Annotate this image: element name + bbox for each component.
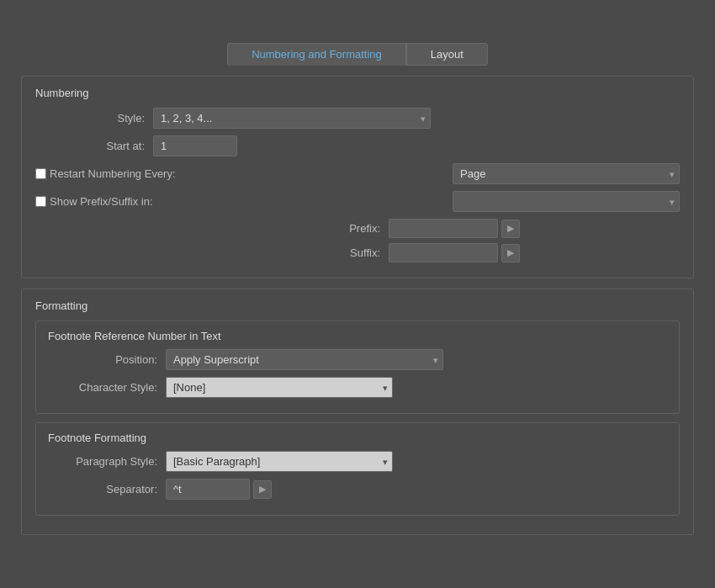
suffix-arrow-button[interactable]: ▶ <box>501 244 520 262</box>
char-style-row: Character Style: [None] <box>48 377 667 398</box>
position-label: Position: <box>48 353 166 366</box>
prefix-row: Prefix: ▶ <box>35 219 680 238</box>
footnote-ref-title: Footnote Reference Number in Text <box>48 330 667 342</box>
position-dropdown-wrapper: Apply Superscript Normal Subscript Super… <box>166 349 443 370</box>
tab-layout[interactable]: Layout <box>406 43 488 66</box>
separator-input[interactable] <box>166 479 250 500</box>
paragraph-style-dropdown-wrapper: [Basic Paragraph] <box>166 451 393 472</box>
style-dropdown[interactable]: 1, 2, 3, 4... a, b, c... A, B, C... i, i… <box>153 108 431 129</box>
restart-numbering-checkbox[interactable] <box>35 168 46 179</box>
style-row: Style: 1, 2, 3, 4... a, b, c... A, B, C.… <box>35 108 680 129</box>
formatting-section: Formatting Footnote Reference Number in … <box>21 289 694 535</box>
position-row: Position: Apply Superscript Normal Subsc… <box>48 349 667 370</box>
start-at-label: Start at: <box>35 140 153 152</box>
style-dropdown-wrapper: 1, 2, 3, 4... a, b, c... A, B, C... i, i… <box>153 108 431 129</box>
restart-every-dropdown[interactable]: Page Section Document <box>453 163 680 184</box>
numbering-section: Numbering Style: 1, 2, 3, 4... a, b, c..… <box>21 76 694 278</box>
prefix-input[interactable] <box>389 219 498 238</box>
position-dropdown[interactable]: Apply Superscript Normal Subscript Super… <box>166 349 443 370</box>
separator-arrow-button[interactable]: ▶ <box>253 480 272 499</box>
restart-every-dropdown-wrapper: Page Section Document <box>453 163 680 184</box>
show-prefix-checkbox[interactable] <box>35 196 46 207</box>
show-prefix-dropdown-wrapper <box>453 191 680 212</box>
start-at-row: Start at: <box>35 135 680 156</box>
numbering-title: Numbering <box>35 87 680 99</box>
restart-numbering-left: Restart Numbering Every: <box>35 167 453 180</box>
footnote-ref-subsection: Footnote Reference Number in Text Positi… <box>35 320 680 414</box>
paragraph-style-row: Paragraph Style: [Basic Paragraph] <box>48 451 667 472</box>
paragraph-style-dropdown[interactable]: [Basic Paragraph] <box>166 451 393 472</box>
suffix-input[interactable] <box>389 243 498 262</box>
char-style-dropdown[interactable]: [None] <box>166 377 393 398</box>
prefix-label: Prefix: <box>338 222 389 235</box>
suffix-row: Suffix: ▶ <box>35 243 680 262</box>
footnote-formatting-subsection: Footnote Formatting Paragraph Style: [Ba… <box>35 422 680 516</box>
char-style-dropdown-wrapper: [None] <box>166 377 393 398</box>
restart-numbering-right: Page Section Document <box>453 163 680 184</box>
separator-row: Separator: ▶ <box>48 479 667 500</box>
formatting-title: Formatting <box>35 299 680 312</box>
show-prefix-label: Show Prefix/Suffix in: <box>50 195 153 208</box>
tab-bar: Numbering and Formatting Layout <box>21 43 694 66</box>
show-prefix-left: Show Prefix/Suffix in: <box>35 195 453 208</box>
show-prefix-row: Show Prefix/Suffix in: <box>35 191 680 212</box>
prefix-arrow-button[interactable]: ▶ <box>501 220 520 238</box>
style-label: Style: <box>35 112 153 124</box>
separator-label: Separator: <box>48 483 166 495</box>
suffix-label: Suffix: <box>338 246 389 259</box>
tab-numbering-formatting[interactable]: Numbering and Formatting <box>227 43 406 66</box>
show-prefix-right <box>453 191 680 212</box>
show-prefix-dropdown[interactable] <box>453 191 680 212</box>
restart-numbering-row: Restart Numbering Every: Page Section Do… <box>35 163 680 184</box>
footnote-formatting-title: Footnote Formatting <box>48 432 667 444</box>
char-style-label: Character Style: <box>48 381 166 394</box>
paragraph-style-label: Paragraph Style: <box>48 455 166 468</box>
dialog-container: Numbering and Formatting Layout Numberin… <box>13 34 702 554</box>
start-at-input[interactable] <box>153 135 237 156</box>
restart-numbering-label: Restart Numbering Every: <box>50 167 176 180</box>
